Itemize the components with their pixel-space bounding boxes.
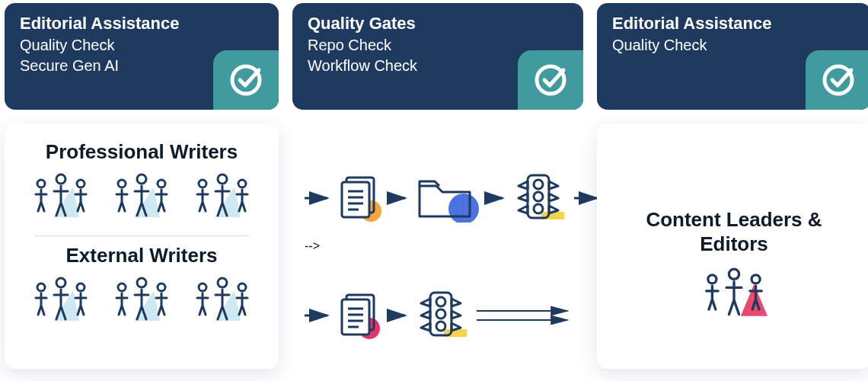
arrow-right-icon xyxy=(387,309,410,325)
flow-row-top xyxy=(305,162,571,239)
arrow-right-icon xyxy=(305,309,332,325)
divider xyxy=(35,235,248,236)
svg-marker-29 xyxy=(741,284,767,316)
people-group-icon xyxy=(697,267,771,321)
flow-card: --> xyxy=(292,123,583,369)
traffic-light-icon xyxy=(414,291,472,343)
header-card-right: Editorial Assistance Quality Check xyxy=(597,3,868,110)
arrow-right-icon xyxy=(484,191,507,208)
people-group-icon xyxy=(190,277,254,324)
document-icon xyxy=(337,174,382,225)
writer-group-row xyxy=(17,274,266,330)
arrow-right-icon xyxy=(305,191,332,208)
checkmark-badge-icon xyxy=(213,50,279,110)
document-icon xyxy=(337,292,382,342)
section-title: Professional Writers xyxy=(17,140,266,164)
writers-card: Professional Writers xyxy=(5,123,279,369)
checkmark-badge-icon xyxy=(806,50,868,110)
flow-row-bottom xyxy=(305,279,571,357)
leaders-title: Content Leaders & Editors xyxy=(646,172,822,257)
header-title: Editorial Assistance xyxy=(20,14,263,34)
header-title: Quality Gates xyxy=(308,14,568,34)
header-card-center: Quality Gates Repo Check Workflow Check xyxy=(292,3,583,110)
leaders-card: Content Leaders & Editors xyxy=(597,123,868,369)
checkmark-badge-icon xyxy=(518,50,583,110)
people-group-icon xyxy=(29,277,93,324)
svg-point-19 xyxy=(448,194,479,223)
header-card-left: Editorial Assistance Quality Check Secur… xyxy=(5,3,279,110)
people-group-icon xyxy=(29,173,93,220)
people-group-icon xyxy=(110,173,174,220)
arrow-right-icon xyxy=(477,304,571,330)
traffic-light-icon xyxy=(512,174,570,226)
section-title: External Writers xyxy=(17,244,266,267)
folder-icon xyxy=(414,174,480,226)
arrow-right-icon xyxy=(387,191,410,208)
people-group-icon xyxy=(110,277,174,324)
header-title: Editorial Assistance xyxy=(612,14,856,34)
writer-group-row xyxy=(17,170,266,226)
people-group-icon xyxy=(190,173,254,220)
